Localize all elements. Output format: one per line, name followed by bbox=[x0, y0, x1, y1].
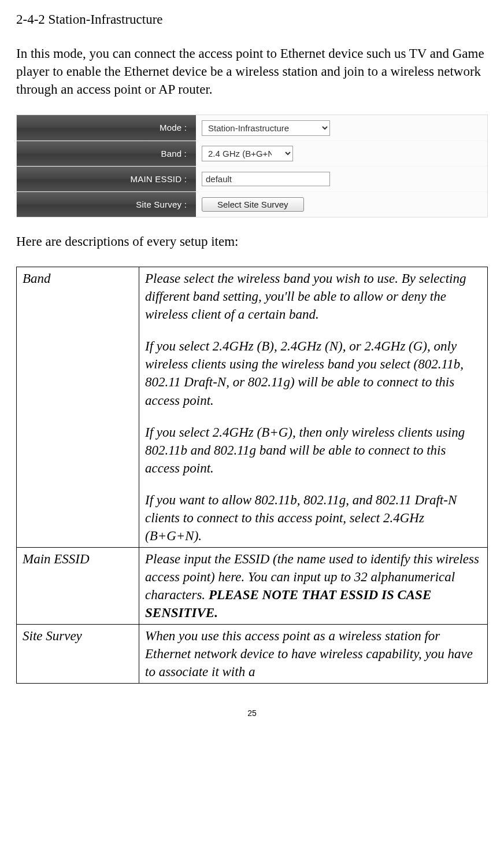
band-select[interactable]: 2.4 GHz (B+G+N) bbox=[202, 146, 293, 161]
band-desc-p3: If you select 2.4GHz (B+G), then only wi… bbox=[145, 423, 481, 477]
description-table: Band Please select the wireless band you… bbox=[16, 267, 488, 684]
survey-label: Site Survey : bbox=[17, 191, 196, 217]
band-desc: Please select the wireless band you wish… bbox=[139, 267, 488, 548]
band-desc-p2: If you select 2.4GHz (B), 2.4GHz (N), or… bbox=[145, 337, 481, 409]
mode-select[interactable]: Station-Infrastructure bbox=[202, 120, 330, 136]
table-row: Band Please select the wireless band you… bbox=[17, 267, 488, 548]
mode-row: Mode : Station-Infrastructure bbox=[17, 115, 487, 141]
essid-control bbox=[196, 166, 487, 191]
band-key: Band bbox=[17, 267, 139, 548]
mode-label: Mode : bbox=[17, 115, 196, 141]
band-control: 2.4 GHz (B+G+N) bbox=[196, 141, 487, 166]
band-label: Band : bbox=[17, 141, 196, 166]
band-desc-p4: If you want to allow 802.11b, 802.11g, a… bbox=[145, 491, 481, 545]
survey-key: Site Survey bbox=[17, 625, 139, 684]
survey-control: Select Site Survey bbox=[196, 191, 487, 217]
settings-form: Mode : Station-Infrastructure Band : 2.4… bbox=[16, 115, 488, 217]
page-number: 25 bbox=[16, 708, 488, 719]
essid-key: Main ESSID bbox=[17, 547, 139, 624]
essid-input[interactable] bbox=[202, 172, 330, 186]
essid-label: MAIN ESSID : bbox=[17, 166, 196, 191]
section-heading: 2-4-2 Station-Infrastructure bbox=[16, 10, 488, 28]
table-row: Main ESSID Please input the ESSID (the n… bbox=[17, 547, 488, 624]
band-desc-p1: Please select the wireless band you wish… bbox=[145, 270, 481, 323]
band-row: Band : 2.4 GHz (B+G+N) bbox=[17, 141, 487, 166]
survey-desc: When you use this access point as a wire… bbox=[139, 625, 488, 684]
table-row: Site Survey When you use this access poi… bbox=[17, 625, 488, 684]
intro-paragraph: In this mode, you can connect the access… bbox=[16, 45, 488, 98]
essid-desc: Please input the ESSID (the name used to… bbox=[139, 547, 488, 624]
essid-row: MAIN ESSID : bbox=[17, 166, 487, 191]
survey-row: Site Survey : Select Site Survey bbox=[17, 191, 487, 217]
subheading-text: Here are descriptions of every setup ite… bbox=[16, 232, 488, 250]
mode-control: Station-Infrastructure bbox=[196, 115, 487, 141]
site-survey-button[interactable]: Select Site Survey bbox=[202, 197, 304, 212]
